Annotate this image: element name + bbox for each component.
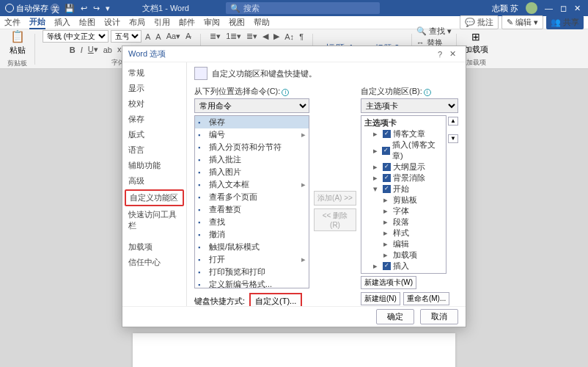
sidebar-trust[interactable]: 信任中心	[122, 255, 186, 270]
ok-button[interactable]: 确定	[376, 309, 414, 324]
cancel-button[interactable]: 取消	[420, 309, 458, 324]
save-icon[interactable]: 💾	[65, 4, 75, 13]
command-item[interactable]: ▪插入批注	[195, 153, 309, 166]
command-item[interactable]: ▪保存	[195, 116, 309, 128]
caret-icon[interactable]: ▸	[373, 162, 381, 172]
bold-icon[interactable]: B	[68, 45, 77, 55]
shrink-font-icon[interactable]: A	[154, 32, 162, 42]
close-icon[interactable]: ✕	[574, 4, 581, 13]
sidebar-layout[interactable]: 版式	[122, 127, 186, 142]
tabs-tree[interactable]: 主选项卡▸博客文章▸插入(博客文章)▸大纲显示▸背景消除▾开始▸剪贴板▸字体▸段…	[361, 115, 446, 274]
grow-font-icon[interactable]: A	[144, 32, 152, 42]
info-icon[interactable]: i	[282, 89, 289, 96]
minimize-icon[interactable]: —	[545, 4, 553, 12]
find-button[interactable]: 🔍 查找 ▾	[416, 26, 452, 37]
caret-icon[interactable]: ▸	[383, 228, 391, 238]
group-node[interactable]: ▸剪贴板	[363, 195, 444, 206]
sidebar-quick-access[interactable]: 快速访问工具栏	[122, 207, 186, 233]
comments-button[interactable]: 💬 批注	[460, 15, 499, 29]
share-button[interactable]: 👥 共享	[546, 15, 584, 29]
checkbox[interactable]	[383, 262, 391, 270]
menu-insert[interactable]: 插入	[54, 17, 70, 28]
commands-listbox[interactable]: ▪保存▪编号▸▪插入分页符和分节符▪插入批注▪插入图片▪插入文本框▸▪查看多个页…	[194, 115, 309, 288]
group-node[interactable]: ▸编辑	[363, 239, 444, 250]
caret-icon[interactable]: ▸	[373, 146, 380, 156]
tab-node[interactable]: ▸插入(博客文章)	[363, 139, 444, 161]
sidebar-proofing[interactable]: 校对	[122, 96, 186, 112]
command-item[interactable]: ▪触摸/鼠标模式	[195, 241, 309, 253]
customize-ribbon-select[interactable]: 主选项卡	[361, 98, 458, 113]
menu-view[interactable]: 视图	[229, 17, 245, 28]
showmarks-icon[interactable]: ¶	[298, 32, 305, 42]
command-item[interactable]: ▪插入文本框▸	[195, 178, 309, 191]
tab-node[interactable]: ▸博客文章	[363, 128, 444, 139]
indent-dec-icon[interactable]: ◀	[261, 31, 270, 42]
command-item[interactable]: ▪打印预览和打印	[195, 266, 309, 278]
checkbox[interactable]	[383, 163, 391, 171]
group-node[interactable]: ▸字体	[363, 206, 444, 217]
sidebar-language[interactable]: 语言	[122, 142, 186, 158]
caret-icon[interactable]: ▸	[383, 206, 391, 216]
add-button[interactable]: 添加(A) >>	[314, 191, 356, 206]
new-group-button[interactable]: 新建组(N)	[361, 292, 400, 305]
checkbox[interactable]	[383, 273, 391, 274]
numbering-icon[interactable]: 1≣▾	[224, 31, 243, 42]
dropdown-icon[interactable]: ▾	[106, 4, 110, 13]
caret-icon[interactable]: ▸	[373, 129, 381, 139]
menu-file[interactable]: 文件	[4, 17, 21, 28]
sidebar-addins[interactable]: 加载项	[122, 239, 186, 255]
tab-node[interactable]: ▸大纲显示	[363, 161, 444, 172]
tab-node[interactable]: ▸背景消除	[363, 172, 444, 184]
maximize-icon[interactable]: ◻	[560, 4, 567, 13]
avatar[interactable]	[526, 2, 537, 14]
command-item[interactable]: ▪插入图片	[195, 166, 309, 178]
undo-icon[interactable]: ↩	[81, 4, 87, 13]
editing-button[interactable]: ✎ 编辑 ▾	[501, 15, 543, 29]
new-tab-button[interactable]: 新建选项卡(W)	[361, 276, 416, 289]
sidebar-save[interactable]: 保存	[122, 112, 186, 127]
sidebar-display[interactable]: 显示	[122, 81, 186, 96]
caret-icon[interactable]: ▸	[373, 272, 381, 274]
indent-inc-icon[interactable]: ▶	[272, 31, 281, 42]
checkbox[interactable]	[383, 130, 391, 138]
caret-icon[interactable]: ▸	[383, 195, 391, 205]
multilevel-icon[interactable]: ≣▾	[245, 31, 259, 42]
caret-icon[interactable]: ▸	[383, 250, 391, 260]
caret-icon[interactable]: ▸	[383, 217, 391, 227]
customize-button[interactable]: 自定义(T)...	[249, 293, 302, 306]
search-input[interactable]: 🔍 搜索	[226, 2, 380, 14]
command-item[interactable]: ▪定义新编号格式...	[195, 278, 309, 288]
checkbox[interactable]	[382, 147, 389, 155]
checkbox[interactable]	[383, 174, 391, 182]
menu-layout[interactable]: 布局	[129, 17, 145, 28]
italic-icon[interactable]: I	[79, 45, 84, 55]
menu-help[interactable]: 帮助	[254, 17, 270, 28]
sort-icon[interactable]: A↕	[283, 32, 295, 42]
redo-icon[interactable]: ↪	[93, 4, 100, 13]
command-item[interactable]: ▪撤消	[195, 228, 309, 241]
group-node[interactable]: ▸段落	[363, 217, 444, 228]
command-item[interactable]: ▪打开▸	[195, 253, 309, 266]
menu-mail[interactable]: 邮件	[179, 17, 195, 28]
command-item[interactable]: ▪编号▸	[195, 128, 309, 141]
command-item[interactable]: ▪插入分页符和分节符	[195, 141, 309, 153]
sidebar-customize-ribbon[interactable]: 自定义功能区	[125, 189, 184, 206]
menu-review[interactable]: 审阅	[204, 17, 220, 28]
checkbox[interactable]	[383, 185, 391, 193]
group-node[interactable]: ▸加载项	[363, 250, 444, 261]
menu-references[interactable]: 引用	[154, 17, 170, 28]
remove-button[interactable]: << 删除(R)	[314, 208, 356, 231]
tab-node[interactable]: ▸插入	[363, 261, 444, 272]
clear-format-icon[interactable]: A̶	[184, 31, 193, 42]
menu-home[interactable]: 开始	[29, 16, 45, 29]
info-icon-2[interactable]: i	[424, 89, 431, 96]
change-case-icon[interactable]: Aa▾	[165, 31, 182, 42]
document-page[interactable]	[133, 333, 455, 367]
command-item[interactable]: ▪查找	[195, 216, 309, 228]
move-up-button[interactable]: ▲	[448, 117, 458, 126]
menu-design[interactable]: 设计	[104, 17, 120, 28]
move-down-button[interactable]: ▼	[448, 134, 458, 143]
command-item[interactable]: ▪查看整页	[195, 203, 309, 216]
menu-draw[interactable]: 绘图	[79, 17, 95, 28]
group-node[interactable]: ▸样式	[363, 228, 444, 239]
